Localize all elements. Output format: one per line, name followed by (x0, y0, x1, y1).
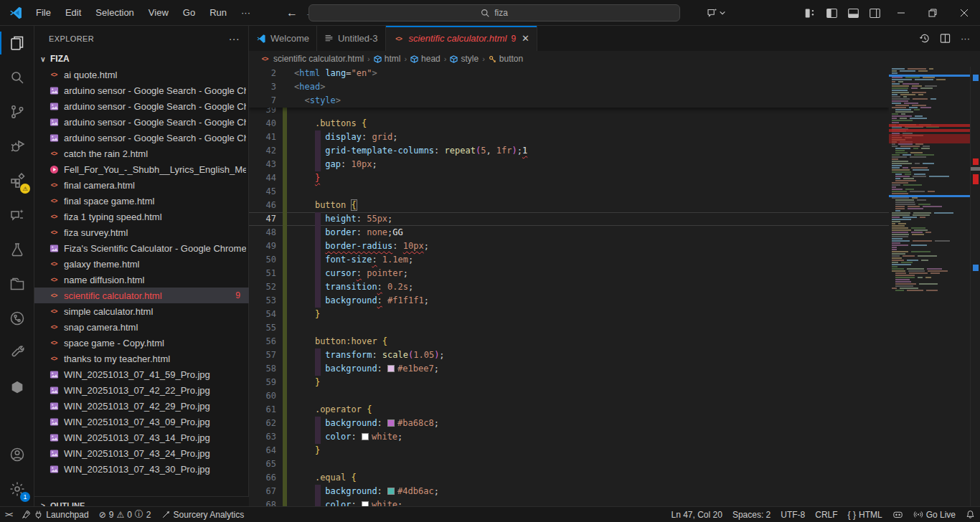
code-line[interactable]: 57 transform: scale(1.05); (249, 348, 889, 362)
timeline-history-icon[interactable] (919, 33, 930, 44)
code-area[interactable]: 3940 .buttons {41 display: grid;42 grid-… (249, 67, 980, 506)
code-line[interactable]: 44 } (249, 171, 889, 185)
code-line[interactable]: 40 .buttons { (249, 117, 889, 130)
activitybar-account[interactable] (0, 437, 34, 472)
toggle-primary-sidebar-icon[interactable] (821, 4, 842, 22)
sourcery-button[interactable]: Sourcery Analytics (156, 507, 250, 522)
explorer-more-actions-icon[interactable]: ··· (229, 33, 240, 44)
code-line[interactable]: 48 border: none;GG (249, 226, 889, 239)
code-line[interactable]: 66 .equal { (249, 471, 889, 485)
minimap[interactable] (889, 67, 970, 506)
file-item[interactable]: arduino sensor - Google Search - Google … (34, 82, 249, 98)
code-line[interactable]: 51 cursor: pointer; (249, 267, 889, 280)
activitybar-project-manager[interactable] (0, 267, 34, 301)
encoding[interactable]: UTF-8 (776, 507, 810, 522)
command-center-search[interactable]: fiza (308, 4, 680, 22)
file-item[interactable]: <>simple calculator.html (34, 303, 249, 319)
code-line[interactable]: 52 transition: 0.2s; (249, 280, 889, 294)
code-line[interactable]: 46 button { (249, 199, 889, 212)
breadcrumb-head[interactable]: head (410, 54, 440, 64)
activitybar-search[interactable] (0, 60, 34, 95)
file-item[interactable]: <>scientific calculator.html9 (34, 288, 249, 303)
file-item[interactable]: <>catch the rain 2.html (34, 146, 249, 161)
activitybar-run-debug[interactable] (0, 129, 34, 163)
overview-ruler[interactable] (970, 67, 980, 506)
nav-back-icon[interactable]: ← (286, 6, 298, 19)
indentation[interactable]: Spaces: 2 (727, 507, 776, 522)
breadcrumb-button[interactable]: button (489, 54, 523, 64)
problems-button[interactable]: ⊘9 ⚠0 ⓘ2 (94, 507, 156, 522)
activitybar-chat[interactable] (0, 198, 34, 232)
menu-go[interactable]: Go (177, 4, 201, 21)
activitybar-gitlens[interactable] (0, 301, 34, 336)
file-item[interactable]: WIN_20251013_07_41_59_Pro.jpg (34, 366, 249, 382)
activitybar-testing[interactable] (0, 232, 34, 267)
code-line[interactable]: 64 } (249, 444, 889, 457)
tab-close-icon[interactable]: ✕ (522, 33, 529, 44)
breadcrumb-file[interactable]: <>scientific calculator.html (259, 54, 364, 64)
split-editor-icon[interactable] (940, 33, 951, 44)
file-item[interactable]: arduino sensor - Google Search - Google … (34, 98, 249, 114)
code-line[interactable]: 2<html lang="en"> (249, 67, 889, 80)
file-item[interactable]: WIN_20251013_07_43_24_Pro.jpg (34, 445, 249, 461)
window-minimize-button[interactable] (885, 0, 917, 26)
customize-layout-icon[interactable] (799, 4, 821, 22)
file-item[interactable]: WIN_20251013_07_42_29_Pro.jpg (34, 398, 249, 414)
language-mode[interactable]: { }HTML (843, 507, 887, 522)
file-item[interactable]: <>fiza survey.html (34, 224, 249, 240)
file-item[interactable]: arduino sensor - Google Search - Google … (34, 114, 249, 130)
code-line[interactable]: 67 background: #4db6ac; (249, 485, 889, 498)
code-line[interactable]: 68 color: white; (249, 498, 889, 506)
code-line[interactable]: 61 .operator { (249, 403, 889, 417)
code-line[interactable]: 59 } (249, 376, 889, 389)
code-line[interactable]: 50 font-size: 1.1em; (249, 253, 889, 267)
file-item[interactable]: <>final camera.html (34, 177, 249, 193)
code-line[interactable]: 63 color: white; (249, 430, 889, 444)
activitybar-explorer[interactable] (0, 26, 34, 60)
code-line[interactable]: 3<head> (249, 80, 889, 94)
code-line[interactable]: 65 (249, 457, 889, 471)
editor-more-actions-icon[interactable]: ··· (961, 33, 970, 44)
code-line-current[interactable]: 47 height: 55px; (249, 212, 889, 226)
menu-selection[interactable]: Selection (90, 4, 139, 21)
file-item[interactable]: <>name diffusion.html (34, 272, 249, 288)
file-item[interactable]: Fell_For_You_-_Shubh__Lyrics_English_Mea… (34, 161, 249, 177)
breadcrumb-html[interactable]: html (374, 54, 401, 64)
tab-scientific-calculator[interactable]: <> scientific calculator.html 9 ✕ (386, 26, 537, 51)
file-item[interactable]: WIN_20251013_07_43_09_Pro.jpg (34, 414, 249, 430)
menu-edit[interactable]: Edit (60, 4, 87, 21)
code-line[interactable]: 60 (249, 389, 889, 403)
toggle-panel-icon[interactable] (842, 4, 864, 22)
folder-section-fiza[interactable]: ∨ FIZA (34, 51, 248, 67)
file-item[interactable]: arduino sensor - Google Search - Google … (34, 130, 249, 146)
activitybar-settings[interactable]: 1 (0, 472, 34, 506)
activitybar-source-control[interactable] (0, 95, 34, 129)
file-item[interactable]: <>space game - Copy.html (34, 335, 249, 351)
launchpad-button[interactable]: Launchpad (17, 507, 93, 522)
code-line[interactable]: 45 (249, 185, 889, 199)
file-item[interactable]: WIN_20251013_07_42_22_Pro.jpg (34, 382, 249, 398)
code-line[interactable]: 56 button:hover { (249, 335, 889, 348)
code-line[interactable]: 62 background: #ba68c8; (249, 417, 889, 430)
notifications-bell-icon[interactable] (961, 507, 980, 522)
go-live-button[interactable]: Go Live (908, 507, 961, 522)
code-line[interactable]: 54 } (249, 308, 889, 321)
activitybar-tools[interactable] (0, 336, 34, 370)
remote-indicator[interactable]: >< (0, 507, 17, 522)
code-line[interactable]: 53 background: #f1f1f1; (249, 294, 889, 308)
file-item[interactable]: Fiza's Scientific Calculator - Google Ch… (34, 240, 249, 256)
tab-welcome[interactable]: Welcome (249, 26, 317, 51)
window-restore-button[interactable] (917, 0, 948, 26)
menu-file[interactable]: File (30, 4, 57, 21)
code-line[interactable]: 42 grid-template-columns: repeat(5, 1fr)… (249, 144, 889, 158)
file-item[interactable]: WIN_20251013_07_43_30_Pro.jpg (34, 461, 249, 477)
cursor-position[interactable]: Ln 47, Col 20 (666, 507, 727, 522)
activitybar-extensions[interactable]: ⚠ (0, 163, 34, 198)
code-line[interactable]: 43 gap: 10px; (249, 158, 889, 171)
tab-untitled-3[interactable]: Untitled-3 (317, 26, 386, 51)
menu-run[interactable]: Run (204, 4, 232, 21)
menu-view[interactable]: View (143, 4, 174, 21)
copilot-chat-icon[interactable] (702, 4, 730, 22)
file-item[interactable]: <>ai quote.html (34, 67, 249, 82)
window-close-button[interactable] (948, 0, 980, 26)
